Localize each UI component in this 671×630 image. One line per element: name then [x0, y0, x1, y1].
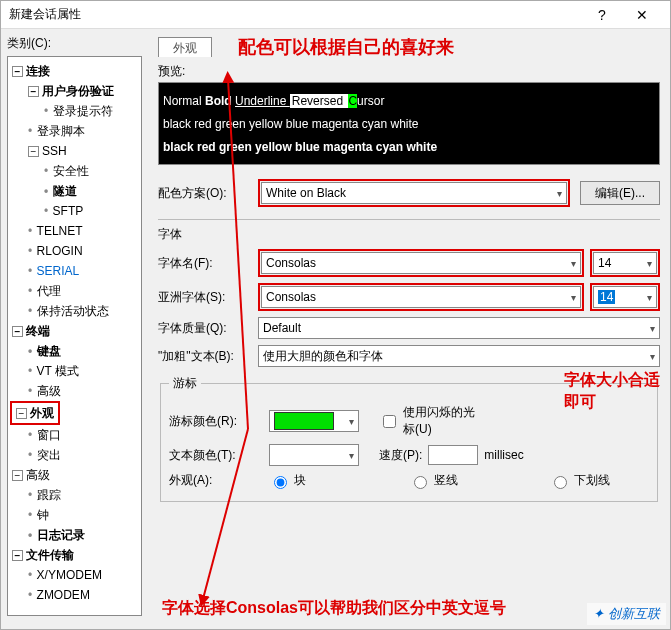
font-section-label: 字体	[158, 226, 660, 243]
preview-label: 预览:	[158, 63, 660, 80]
text-color-select[interactable]: ▾	[269, 444, 359, 466]
tree-serial[interactable]: SERIAL	[10, 261, 139, 281]
category-label: 类别(C):	[7, 35, 142, 52]
window-title: 新建会话属性	[9, 6, 582, 23]
bold-text-label: "加粗"文本(B):	[158, 348, 258, 365]
annotation-bottom: 字体选择Consolas可以帮助我们区分中英文逗号	[162, 598, 506, 619]
font-name-label: 字体名(F):	[158, 255, 258, 272]
font-quality-select[interactable]: Default▾	[258, 317, 660, 339]
tree-trace[interactable]: 跟踪	[10, 485, 139, 505]
tree-security[interactable]: 安全性	[10, 161, 139, 181]
blink-checkbox[interactable]: 使用闪烁的光标(U)	[379, 404, 479, 438]
annotation-top: 配色可以根据自己的喜好来	[238, 35, 454, 59]
tree-login-script[interactable]: 登录脚本	[10, 121, 139, 141]
tree-terminal[interactable]: −终端	[10, 321, 139, 341]
help-button[interactable]: ?	[582, 7, 622, 23]
scheme-label: 配色方案(O):	[158, 185, 258, 202]
tree-logging[interactable]: 日志记录	[10, 525, 139, 545]
speed-input[interactable]	[428, 445, 478, 465]
radio-underline[interactable]: 下划线	[549, 472, 649, 489]
tree-filetransfer[interactable]: −文件传输	[10, 545, 139, 565]
radio-vline[interactable]: 竖线	[409, 472, 509, 489]
font-name-select[interactable]: Consolas▾	[261, 252, 581, 274]
font-quality-label: 字体质量(Q):	[158, 320, 258, 337]
category-tree[interactable]: −连接 −用户身份验证 登录提示符 登录脚本 −SSH 安全性 隧道 SFTP …	[7, 56, 142, 616]
tree-tunnel[interactable]: 隧道	[10, 181, 139, 201]
tree-appearance[interactable]: −外观	[10, 401, 139, 425]
scheme-select[interactable]: White on Black▾	[261, 182, 567, 204]
tree-xymodem[interactable]: X/YMODEM	[10, 565, 139, 585]
tree-advanced[interactable]: −高级	[10, 465, 139, 485]
close-button[interactable]: ✕	[622, 7, 662, 23]
tree-keepalive[interactable]: 保持活动状态	[10, 301, 139, 321]
font-size-input[interactable]: 14▾	[593, 252, 657, 274]
asian-font-select[interactable]: Consolas▾	[261, 286, 581, 308]
titlebar: 新建会话属性 ? ✕	[1, 1, 670, 29]
tree-auth[interactable]: −用户身份验证	[10, 81, 139, 101]
dialog-window: 新建会话属性 ? ✕ 类别(C): −连接 −用户身份验证 登录提示符 登录脚本…	[0, 0, 671, 630]
tree-zmodem[interactable]: ZMODEM	[10, 585, 139, 605]
tree-ssh[interactable]: −SSH	[10, 141, 139, 161]
annotation-right: 字体大小合适即可	[564, 369, 664, 413]
radio-block[interactable]: 块	[269, 472, 369, 489]
tree-proxy[interactable]: 代理	[10, 281, 139, 301]
tree-rlogin[interactable]: RLOGIN	[10, 241, 139, 261]
tree-connection[interactable]: −连接	[10, 61, 139, 81]
tree-advanced-t[interactable]: 高级	[10, 381, 139, 401]
watermark: ✦ 创新互联	[587, 603, 666, 625]
tree-bell[interactable]: 钟	[10, 505, 139, 525]
cursor-color-select[interactable]: ▾	[269, 410, 359, 432]
cursor-appearance-label: 外观(A):	[169, 472, 269, 489]
color-swatch	[274, 412, 334, 430]
tree-keyboard[interactable]: 键盘	[10, 341, 139, 361]
text-color-label: 文本颜色(T):	[169, 447, 269, 464]
speed-label: 速度(P):	[379, 447, 422, 464]
cursor-legend: 游标	[169, 375, 201, 392]
speed-unit: millisec	[484, 448, 523, 462]
tree-vtmode[interactable]: VT 模式	[10, 361, 139, 381]
asian-font-label: 亚洲字体(S):	[158, 289, 258, 306]
scheme-edit-button[interactable]: 编辑(E)...	[580, 181, 660, 205]
bold-text-select[interactable]: 使用大胆的颜色和字体▾	[258, 345, 660, 367]
cursor-color-label: 游标颜色(R):	[169, 413, 269, 430]
tab-appearance[interactable]: 外观	[158, 37, 212, 57]
tree-highlight[interactable]: 突出	[10, 445, 139, 465]
tree-login-prompt[interactable]: 登录提示符	[10, 101, 139, 121]
asian-font-size-input[interactable]: 14▾	[593, 286, 657, 308]
tree-telnet[interactable]: TELNET	[10, 221, 139, 241]
tree-sftp[interactable]: SFTP	[10, 201, 139, 221]
tree-window[interactable]: 窗口	[10, 425, 139, 445]
preview-area: Normal Bold Underline Reversed Cursor bl…	[158, 82, 660, 165]
